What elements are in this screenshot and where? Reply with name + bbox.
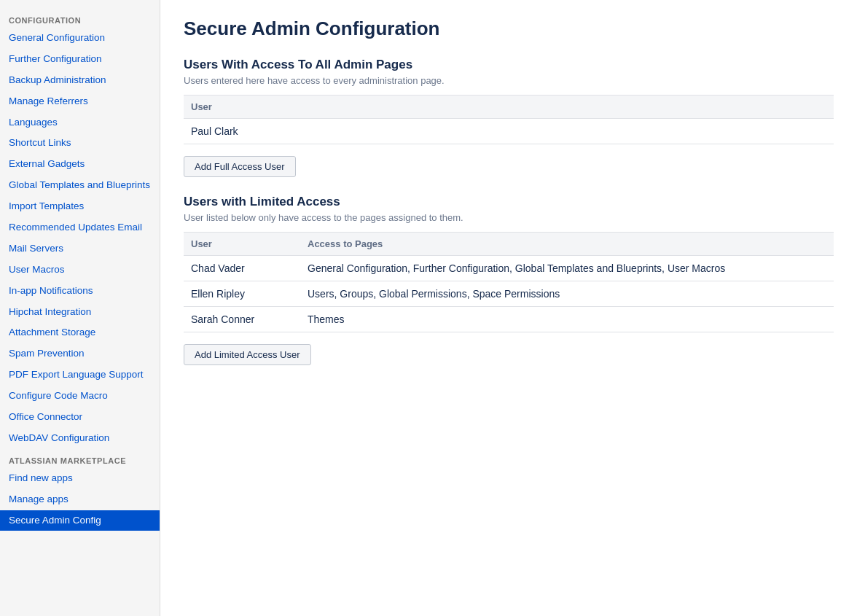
limited-access-user-name: Sarah Conner xyxy=(184,307,300,332)
sidebar-item-inapp-notifications[interactable]: In-app Notifications xyxy=(0,281,160,302)
table-row: Chad VaderGeneral Configuration, Further… xyxy=(184,256,834,281)
sidebar-item-configure-code-macro[interactable]: Configure Code Macro xyxy=(0,386,160,407)
limited-access-user-pages: General Configuration, Further Configura… xyxy=(300,256,834,281)
sidebar-item-secure-admin-config[interactable]: Secure Admin Config xyxy=(0,510,160,531)
configuration-section-label: CONFIGURATION xyxy=(0,9,160,28)
table-row: Paul Clark xyxy=(184,119,834,144)
limited-access-desc: User listed below only have access to th… xyxy=(184,212,834,223)
sidebar-item-general-config[interactable]: General Configuration xyxy=(0,28,160,49)
sidebar-item-user-macros[interactable]: User Macros xyxy=(0,260,160,281)
sidebar-item-import-templates[interactable]: Import Templates xyxy=(0,196,160,217)
add-full-access-user-button[interactable]: Add Full Access User xyxy=(184,156,296,177)
sidebar-item-backup-admin[interactable]: Backup Administration xyxy=(0,70,160,91)
table-row: Sarah ConnerThemes xyxy=(184,307,834,332)
main-content: Secure Admin Configuration Users With Ac… xyxy=(160,0,857,616)
table-row: Ellen RipleyUsers, Groups, Global Permis… xyxy=(184,281,834,307)
sidebar-item-mail-servers[interactable]: Mail Servers xyxy=(0,238,160,260)
limited-access-col-pages: Access to Pages xyxy=(300,233,834,256)
limited-access-user-pages: Users, Groups, Global Permissions, Space… xyxy=(300,281,834,307)
full-access-section: Users With Access To All Admin Pages Use… xyxy=(184,58,834,195)
sidebar-item-spam-prevention[interactable]: Spam Prevention xyxy=(0,343,160,364)
sidebar: CONFIGURATION General Configuration Furt… xyxy=(0,0,160,616)
sidebar-item-further-config[interactable]: Further Configuration xyxy=(0,49,160,70)
sidebar-item-manage-referrers[interactable]: Manage Referrers xyxy=(0,91,160,112)
full-access-desc: Users entered here have access to every … xyxy=(184,75,834,86)
page-title: Secure Admin Configuration xyxy=(184,17,834,40)
limited-access-user-name: Chad Vader xyxy=(184,256,300,281)
add-limited-access-user-button[interactable]: Add Limited Access User xyxy=(184,344,311,365)
sidebar-item-attachment-storage[interactable]: Attachment Storage xyxy=(0,322,160,343)
limited-access-col-user: User xyxy=(184,233,300,256)
sidebar-item-shortcut-links[interactable]: Shortcut Links xyxy=(0,133,160,154)
sidebar-item-manage-apps[interactable]: Manage apps xyxy=(0,489,160,510)
sidebar-item-global-templates[interactable]: Global Templates and Blueprints xyxy=(0,175,160,196)
sidebar-item-webdav-config[interactable]: WebDAV Configuration xyxy=(0,428,160,449)
sidebar-item-external-gadgets[interactable]: External Gadgets xyxy=(0,154,160,175)
limited-access-section: Users with Limited Access User listed be… xyxy=(184,195,834,383)
sidebar-item-pdf-export[interactable]: PDF Export Language Support xyxy=(0,364,160,386)
limited-access-user-pages: Themes xyxy=(300,307,834,332)
sidebar-item-hipchat-integration[interactable]: Hipchat Integration xyxy=(0,302,160,323)
limited-access-title: Users with Limited Access xyxy=(184,195,834,209)
sidebar-item-office-connector[interactable]: Office Connector xyxy=(0,407,160,428)
sidebar-item-recommended-updates[interactable]: Recommended Updates Email xyxy=(0,217,160,238)
full-access-title: Users With Access To All Admin Pages xyxy=(184,58,834,72)
limited-access-table: User Access to Pages Chad VaderGeneral C… xyxy=(184,232,834,332)
marketplace-section-label: ATLASSIAN MARKETPLACE xyxy=(0,449,160,468)
full-access-user-name: Paul Clark xyxy=(184,119,834,144)
limited-access-user-name: Ellen Ripley xyxy=(184,281,300,307)
sidebar-item-find-new-apps[interactable]: Find new apps xyxy=(0,468,160,489)
sidebar-item-languages[interactable]: Languages xyxy=(0,112,160,133)
full-access-col-user: User xyxy=(184,95,834,119)
full-access-table: User Paul Clark xyxy=(184,95,834,144)
